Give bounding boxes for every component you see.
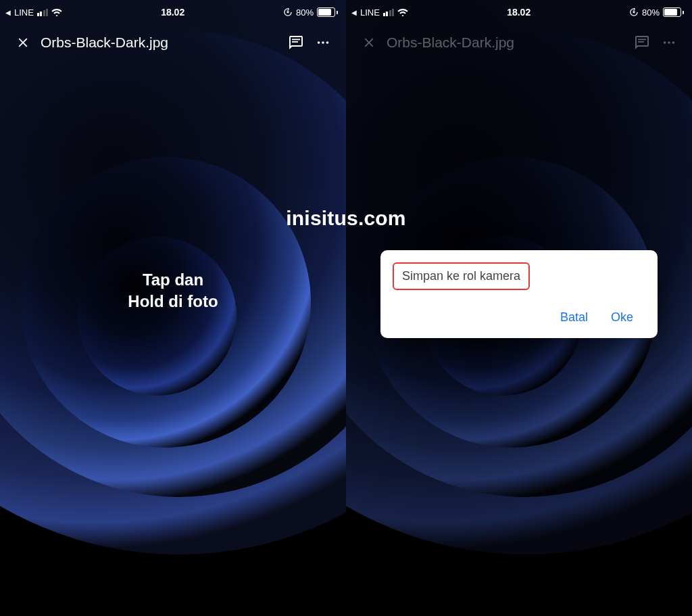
svg-point-5 (326, 41, 329, 44)
save-dialog: Simpan ke rol kamera Batal Oke (380, 250, 658, 338)
svg-rect-8 (638, 41, 644, 43)
battery-icon (663, 7, 684, 17)
svg-point-4 (322, 41, 324, 44)
close-button (355, 29, 382, 56)
dialog-actions: Batal Oke (393, 290, 645, 331)
wifi-icon (51, 8, 62, 16)
viewer-header: Orbs-Black-Dark.jpg (0, 23, 346, 62)
phone-left: ◀ LINE 18.02 80% Orbs (0, 0, 346, 616)
back-to-app-caret-icon[interactable]: ◀ (5, 9, 11, 16)
more-horizontal-icon (316, 35, 330, 50)
orientation-lock-icon (283, 7, 293, 17)
instruction-line: Tap dan (0, 269, 346, 291)
close-button[interactable] (9, 29, 36, 56)
more-button[interactable] (310, 29, 337, 56)
instruction-overlay: Tap dan Hold di foto (0, 269, 346, 313)
svg-point-9 (664, 41, 666, 44)
battery-percent: 80% (296, 7, 314, 18)
close-icon (16, 35, 30, 50)
svg-rect-1 (292, 39, 300, 41)
cellular-signal-icon (383, 9, 395, 16)
svg-rect-7 (638, 39, 646, 41)
wifi-icon (397, 8, 408, 16)
cellular-signal-icon (37, 9, 49, 16)
comment-icon (634, 34, 650, 51)
orientation-lock-icon (629, 7, 639, 17)
svg-rect-2 (292, 41, 298, 43)
status-clock: 18.02 (161, 7, 184, 18)
ios-status-bar: ◀ LINE 18.02 80% (346, 0, 692, 22)
comments-button (628, 29, 656, 56)
screenshot-stage: ◀ LINE 18.02 80% Orbs (0, 0, 692, 616)
comments-button[interactable] (282, 29, 310, 56)
back-to-app-label[interactable]: LINE (14, 7, 34, 18)
more-button (656, 29, 683, 56)
svg-rect-6 (633, 11, 635, 14)
watermark-text: inisitus.com (286, 207, 405, 230)
svg-point-11 (672, 41, 675, 44)
phone-right: ◀ LINE 18.02 80% Orbs (346, 0, 692, 616)
viewer-header-dimmed: Orbs-Black-Dark.jpg (346, 23, 692, 62)
file-title: Orbs-Black-Dark.jpg (36, 34, 282, 51)
more-horizontal-icon (662, 35, 676, 50)
instruction-line: Hold di foto (0, 291, 346, 312)
close-icon (362, 35, 376, 50)
battery-percent: 80% (642, 7, 660, 18)
battery-icon (317, 7, 338, 17)
back-to-app-caret-icon[interactable]: ◀ (351, 9, 357, 16)
svg-point-3 (318, 41, 320, 44)
file-title: Orbs-Black-Dark.jpg (382, 34, 628, 51)
svg-rect-0 (287, 11, 289, 14)
back-to-app-label[interactable]: LINE (360, 7, 380, 18)
ios-status-bar: ◀ LINE 18.02 80% (0, 0, 346, 22)
cancel-button[interactable]: Batal (560, 310, 588, 325)
status-clock: 18.02 (507, 7, 530, 18)
svg-point-10 (668, 41, 670, 44)
comment-icon (288, 34, 304, 51)
ok-button[interactable]: Oke (611, 310, 633, 325)
dialog-message: Simpan ke rol kamera (393, 262, 530, 290)
